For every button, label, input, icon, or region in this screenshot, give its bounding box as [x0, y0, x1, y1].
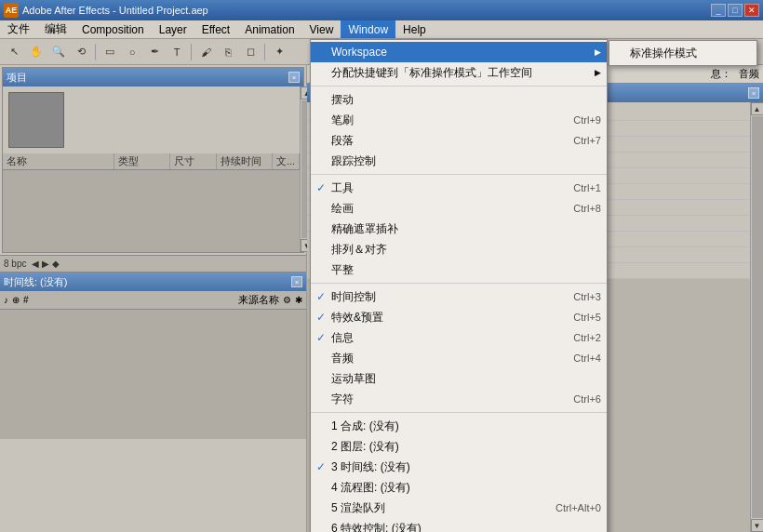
- menu-item-workspace[interactable]: Workspace: [311, 42, 607, 62]
- tool-ellipse[interactable]: ○: [122, 42, 142, 62]
- assign-label: 分配快捷键到「标准操作模式」工作空间: [331, 65, 601, 81]
- tool-puppet[interactable]: ✦: [269, 42, 289, 62]
- workspace-submenu[interactable]: 标准操作模式: [609, 40, 757, 66]
- toolbar-separator-1: [95, 44, 96, 60]
- comp6-label: 6 特效控制: (没有): [331, 521, 601, 533]
- menu-item-arrange[interactable]: 排列＆对齐: [311, 239, 607, 259]
- menu-item-precise[interactable]: 精确遮罩插补: [311, 219, 607, 239]
- paragraph-shortcut: Ctrl+7: [573, 135, 601, 146]
- tool-zoom[interactable]: 🔍: [48, 42, 69, 62]
- character-shortcut: Ctrl+6: [573, 393, 601, 405]
- timeline-title: 时间线: (没有): [4, 275, 67, 289]
- menu-item-comp5[interactable]: 5 渲染队列 Ctrl+Alt+0: [311, 498, 607, 518]
- menu-item-tools[interactable]: ✓ 工具 Ctrl+1: [311, 178, 607, 198]
- preview-close[interactable]: ×: [748, 87, 759, 99]
- menu-item-brush[interactable]: 笔刷 Ctrl+9: [311, 110, 607, 130]
- project-main: 名称 类型 尺寸 持续时间 文...: [3, 86, 300, 252]
- col-dur-header[interactable]: 持续时间: [217, 153, 273, 169]
- tool-text[interactable]: T: [167, 42, 187, 62]
- menu-file[interactable]: 文件: [0, 20, 37, 38]
- menu-item-time-ctrl[interactable]: ✓ 时间控制 Ctrl+3: [311, 286, 607, 307]
- menu-item-comp3[interactable]: ✓ 3 时间线: (没有): [311, 457, 607, 477]
- right-top-label2: 息：: [711, 67, 731, 81]
- source-name-label: 来源名称: [238, 293, 279, 307]
- col-type-header[interactable]: 类型: [114, 153, 170, 169]
- col-text-header[interactable]: 文...: [273, 153, 300, 169]
- col-name-header[interactable]: 名称: [3, 153, 114, 169]
- title-bar-left: AE Adobe After Effects - Untitled Projec…: [4, 3, 208, 18]
- time-ctrl-label: 时间控制: [331, 289, 573, 305]
- tool-rotate[interactable]: ⟲: [71, 42, 91, 62]
- effects-preview-label: 特效&预置: [331, 310, 573, 326]
- menu-layer[interactable]: Layer: [152, 20, 194, 38]
- window-controls[interactable]: _ □ ✕: [711, 4, 759, 17]
- effects-scrollbar[interactable]: ▲ ▼: [750, 102, 763, 532]
- project-panel-close[interactable]: ×: [288, 72, 300, 83]
- menu-item-comp2[interactable]: 2 图层: (没有): [311, 436, 607, 457]
- tool-rect[interactable]: ▭: [100, 42, 120, 62]
- workspace-submenu-item-0[interactable]: 标准操作模式: [609, 43, 756, 63]
- menu-effect[interactable]: Effect: [194, 20, 237, 38]
- menu-composition[interactable]: Composition: [74, 20, 152, 38]
- timeline-header: 时间线: (没有) ×: [0, 273, 306, 291]
- close-button[interactable]: ✕: [744, 4, 759, 17]
- timeline-tool-2[interactable]: ⊕: [12, 295, 20, 305]
- menu-item-effects-preview[interactable]: ✓ 特效&预置 Ctrl+5: [311, 307, 607, 327]
- menu-item-motion[interactable]: 摆动: [311, 89, 607, 110]
- menu-item-track[interactable]: 跟踪控制: [311, 151, 607, 171]
- tools-shortcut: Ctrl+1: [573, 182, 601, 193]
- menu-item-info[interactable]: ✓ 信息 Ctrl+2: [311, 327, 607, 348]
- timeline-close[interactable]: ×: [291, 276, 302, 287]
- brush-label: 笔刷: [331, 113, 573, 128]
- title-bar: AE Adobe After Effects - Untitled Projec…: [0, 0, 763, 20]
- menu-item-paint[interactable]: 绘画 Ctrl+8: [311, 198, 607, 219]
- info-check: ✓: [316, 331, 331, 344]
- project-panel-title: 项目: [7, 71, 27, 85]
- menu-item-comp1[interactable]: 1 合成: (没有): [311, 416, 607, 436]
- effects-preview-shortcut: Ctrl+5: [573, 312, 601, 323]
- menu-edit[interactable]: 编辑: [37, 20, 74, 38]
- menu-item-assign-shortcut[interactable]: 分配快捷键到「标准操作模式」工作空间: [311, 62, 607, 83]
- menu-item-paragraph[interactable]: 段落 Ctrl+7: [311, 130, 607, 151]
- menu-window[interactable]: Window: [341, 20, 395, 38]
- project-thumbnail-area: [3, 86, 300, 153]
- window-dropdown-menu[interactable]: Workspace 分配快捷键到「标准操作模式」工作空间 摆动 笔刷 Ctrl+…: [310, 39, 608, 532]
- menu-item-audio[interactable]: 音频 Ctrl+4: [311, 348, 607, 368]
- menu-item-comp6[interactable]: 6 特效控制: (没有): [311, 518, 607, 532]
- maximize-button[interactable]: □: [728, 4, 743, 17]
- minimize-button[interactable]: _: [711, 4, 726, 17]
- menu-view[interactable]: View: [302, 20, 341, 38]
- effects-scroll-up[interactable]: ▲: [751, 102, 764, 115]
- bottom-icon-2[interactable]: ▶: [42, 259, 49, 269]
- project-thumbnail: [8, 92, 64, 148]
- menu-item-motion-sketch[interactable]: 运动草图: [311, 368, 607, 389]
- effects-scroll-thumb[interactable]: [752, 116, 763, 518]
- timeline-tool-5[interactable]: ✱: [295, 295, 302, 305]
- menu-item-comp4[interactable]: 4 流程图: (没有): [311, 477, 607, 498]
- bottom-icon-3[interactable]: ◆: [52, 259, 60, 269]
- bottom-icon-1[interactable]: ◀: [32, 259, 39, 269]
- menu-help[interactable]: Help: [395, 20, 434, 38]
- project-panel-header: 项目 ×: [3, 68, 303, 86]
- paint-label: 绘画: [331, 201, 573, 217]
- bottom-icons: ◀ ▶ ◆: [32, 259, 60, 269]
- smooth-label: 平整: [331, 262, 601, 278]
- menu-item-smooth[interactable]: 平整: [311, 259, 607, 280]
- tool-select[interactable]: ↖: [4, 42, 24, 62]
- effects-scroll-down[interactable]: ▼: [751, 519, 764, 532]
- tool-clone[interactable]: ⎘: [218, 42, 238, 62]
- tool-brush[interactable]: 🖌: [195, 42, 216, 62]
- timeline-tool-3[interactable]: #: [23, 295, 29, 305]
- menu-animation[interactable]: Animation: [237, 20, 301, 38]
- tool-hand[interactable]: ✋: [26, 42, 47, 62]
- menu-item-character[interactable]: 字符 Ctrl+6: [311, 389, 607, 409]
- brush-shortcut: Ctrl+9: [573, 114, 601, 126]
- tool-pen[interactable]: ✒: [144, 42, 165, 62]
- tool-eraser[interactable]: ◻: [240, 42, 261, 62]
- col-size-header[interactable]: 尺寸: [170, 153, 217, 169]
- project-table-body: [3, 170, 300, 252]
- timeline-tool-1[interactable]: ♪: [4, 295, 8, 305]
- timeline-tool-4[interactable]: ⚙: [283, 295, 291, 305]
- track-label: 跟踪控制: [331, 153, 601, 169]
- project-bottom-bar: 8 bpc ◀ ▶ ◆: [0, 255, 306, 272]
